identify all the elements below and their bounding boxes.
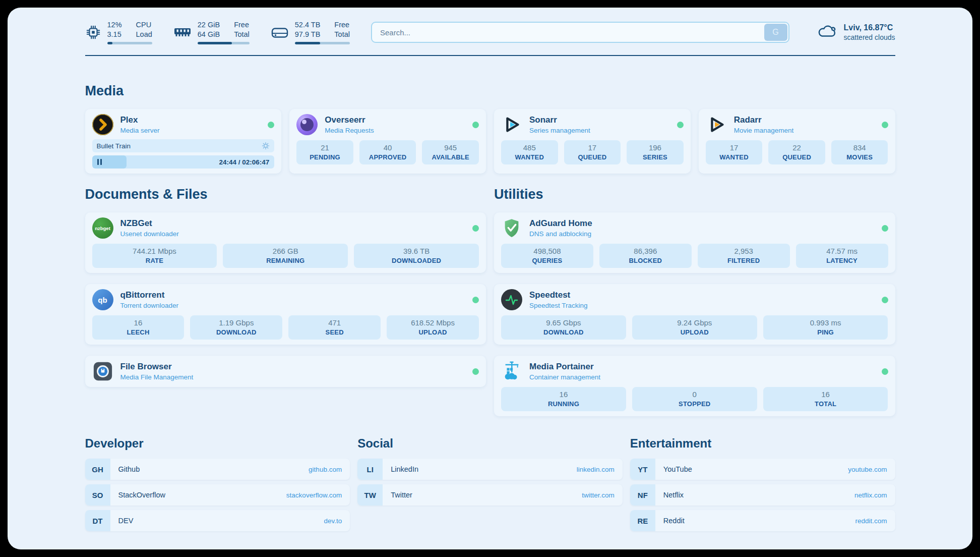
search-input[interactable]: [371, 22, 789, 43]
google-search-button[interactable]: G: [764, 24, 787, 41]
service-subtitle: Movie management: [734, 127, 794, 134]
bookmark-abbr: DT: [85, 510, 110, 531]
bookmark-name: Github: [118, 465, 140, 473]
search-bar: G: [371, 22, 789, 43]
ram-free-label: Free: [234, 20, 250, 30]
cpu-load-value: 3.15: [107, 30, 122, 39]
now-playing-title: Bullet Train: [97, 142, 131, 150]
weather-widget: Lviv, 16.87°C scattered clouds: [817, 23, 895, 42]
stat-box: 9.65 GbpsDOWNLOAD: [501, 315, 626, 340]
service-name: Radarr: [734, 115, 794, 125]
service-name: qBittorrent: [120, 290, 179, 300]
social-column: Social LI LinkedIn linkedin.com TW Twitt…: [357, 436, 623, 531]
section-title-social: Social: [357, 436, 623, 451]
bookmarks-area: Developer GH Github github.com SO StackO…: [85, 436, 895, 549]
cpu-widget: 12%3.15 CPULoad: [85, 20, 152, 45]
service-subtitle: Usenet downloader: [120, 230, 179, 238]
overseerr-card[interactable]: Overseerr Media Requests 21PENDING 40APP…: [289, 109, 486, 174]
stat-box: 0STOPPED: [632, 387, 757, 411]
bookmark-url[interactable]: youtube.com: [848, 466, 887, 473]
bookmark-abbr: YT: [630, 459, 655, 480]
adguard-card[interactable]: AdGuard Home DNS and adblocking 498,508Q…: [494, 212, 895, 273]
bookmark-url[interactable]: netflix.com: [854, 491, 887, 499]
qbittorrent-card[interactable]: qb qBittorrent Torrent downloader 16LEEC…: [85, 284, 486, 345]
stat-box: 39.6 TBDOWNLOADED: [354, 244, 479, 268]
stat-box: 9.24 GbpsUPLOAD: [632, 315, 757, 340]
stat-box: 485WANTED: [501, 140, 558, 164]
bookmark-twitter[interactable]: TW Twitter twitter.com: [357, 484, 623, 506]
nzbget-card[interactable]: nzbget NZBGet Usenet downloader 744.21 M…: [85, 212, 486, 273]
developer-column: Developer GH Github github.com SO StackO…: [85, 436, 350, 531]
sonarr-icon: [501, 114, 522, 135]
plex-card[interactable]: Plex Media server Bullet Train 24:44 /: [85, 109, 282, 174]
radarr-card[interactable]: Radarr Movie management 17WANTED 22QUEUE…: [699, 109, 895, 174]
disk-icon: [271, 24, 289, 40]
bookmark-url[interactable]: reddit.com: [855, 517, 887, 525]
disk-total-label: Total: [334, 30, 350, 39]
bookmark-url[interactable]: twitter.com: [582, 491, 615, 499]
dashboard-page: 12%3.15 CPULoad 22: [8, 8, 972, 549]
status-dot: [472, 297, 479, 303]
service-name: File Browser: [120, 362, 194, 372]
stat-box: 17WANTED: [706, 140, 763, 164]
stat-box: 498,508QUERIES: [501, 244, 593, 268]
gear-icon[interactable]: [262, 142, 270, 150]
cloud-icon: [817, 23, 838, 41]
pause-icon[interactable]: [97, 159, 102, 165]
stat-box: 17QUEUED: [564, 140, 621, 164]
filebrowser-card[interactable]: File Browser Media File Management: [85, 356, 486, 387]
utilities-column: Utilities AdGuard Home: [494, 174, 895, 416]
bookmark-reddit[interactable]: RE Reddit reddit.com: [630, 510, 895, 531]
weather-condition: scattered clouds: [844, 33, 895, 42]
nzbget-icon: nzbget: [92, 217, 113, 239]
stat-box: 2,953FILTERED: [698, 244, 790, 268]
bookmark-name: Reddit: [663, 517, 685, 525]
service-subtitle: Series management: [529, 127, 590, 134]
status-dot: [268, 122, 274, 128]
now-playing-bar: Bullet Train: [92, 139, 275, 152]
ram-progress-bar: [198, 42, 250, 44]
bookmark-abbr: RE: [630, 510, 655, 531]
bookmark-abbr: SO: [85, 484, 110, 506]
stat-box: 40APPROVED: [359, 140, 416, 164]
bookmark-url[interactable]: linkedin.com: [577, 466, 615, 473]
status-dot: [472, 368, 479, 375]
qbittorrent-icon: qb: [92, 289, 113, 310]
bookmark-dev[interactable]: DT DEV dev.to: [85, 510, 350, 531]
bookmark-url[interactable]: dev.to: [324, 517, 342, 525]
status-dot: [882, 122, 888, 128]
speedtest-card[interactable]: Speedtest Speedtest Tracking 9.65 GbpsDO…: [494, 284, 895, 345]
cpu-progress-bar: [107, 42, 152, 44]
status-dot: [472, 225, 479, 232]
stat-box: 16LEECH: [92, 315, 185, 340]
stat-box: 21PENDING: [296, 140, 353, 164]
bookmark-netflix[interactable]: NF Netflix netflix.com: [630, 484, 895, 506]
bookmark-url[interactable]: github.com: [309, 466, 342, 473]
section-title-entertainment: Entertainment: [630, 436, 895, 451]
bookmark-name: StackOverflow: [118, 491, 165, 499]
ram-free-value: 22 GiB: [198, 20, 220, 30]
portainer-card[interactable]: Media Portainer Container management 16R…: [494, 356, 895, 416]
status-dot: [882, 225, 888, 232]
bookmark-name: Netflix: [663, 491, 684, 499]
bookmark-name: DEV: [118, 517, 134, 525]
status-dot: [677, 122, 684, 128]
bookmark-linkedin[interactable]: LI LinkedIn linkedin.com: [357, 459, 623, 480]
stat-box: 22QUEUED: [768, 140, 825, 164]
service-name: Overseerr: [325, 115, 374, 125]
bookmark-stackoverflow[interactable]: SO StackOverflow stackoverflow.com: [85, 484, 350, 506]
stat-box: 1.19 GbpsDOWNLOAD: [190, 315, 282, 340]
sonarr-card[interactable]: Sonarr Series management 485WANTED 17QUE…: [494, 109, 691, 174]
stat-box: 0.993 msPING: [763, 315, 888, 340]
service-name: Plex: [120, 115, 160, 125]
stat-box: 471SEED: [288, 315, 381, 340]
playback-progress-bar[interactable]: 24:44 / 02:06:47: [92, 155, 275, 169]
ram-icon: [173, 24, 192, 40]
stat-box: 47.57 msLATENCY: [796, 244, 888, 268]
bookmark-youtube[interactable]: YT YouTube youtube.com: [630, 459, 895, 480]
bookmark-url[interactable]: stackoverflow.com: [286, 491, 342, 499]
overseerr-icon: [296, 114, 318, 135]
disk-progress-bar: [295, 42, 350, 44]
cpu-icon: [85, 24, 101, 40]
bookmark-github[interactable]: GH Github github.com: [85, 459, 350, 480]
